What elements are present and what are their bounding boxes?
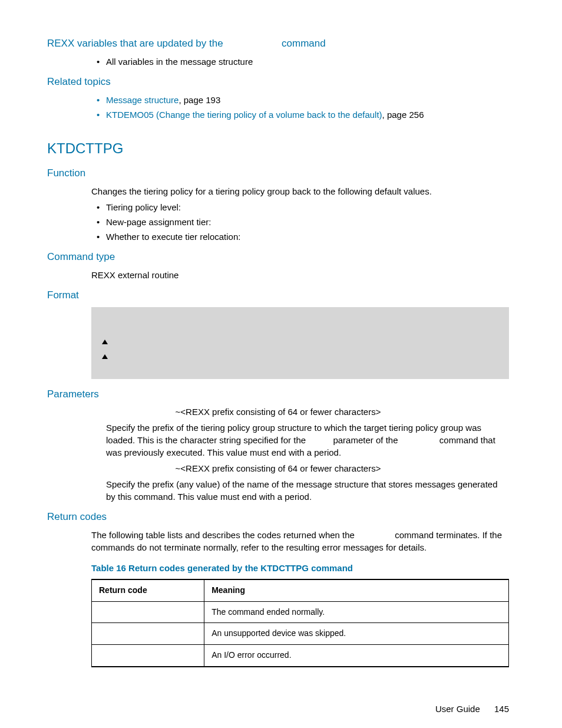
link-suffix: , page 256 xyxy=(382,110,424,120)
code-line xyxy=(102,350,498,365)
related-topics-list: Message structure, page 193 KTDEMO05 (Ch… xyxy=(47,94,509,121)
format-code-block xyxy=(91,307,509,379)
cell-code xyxy=(92,623,204,645)
triangle-marker-icon xyxy=(102,340,108,344)
list-item-text: Whether to execute tier relocation: xyxy=(106,232,240,242)
param-type-line: ~<REXX prefix consisting of 64 or fewer … xyxy=(106,462,450,475)
subheading-return-codes: Return codes xyxy=(47,510,509,524)
list-item-text: New-page assignment tier: xyxy=(106,217,211,227)
param-desc-a: Specify the prefix of the tiering policy… xyxy=(106,423,481,445)
rc-intro-a: The following table lists and describes … xyxy=(91,530,357,540)
col-header-meaning: Meaning xyxy=(204,579,509,601)
code-line xyxy=(102,335,498,350)
heading-text-b: command xyxy=(279,38,325,49)
list-item: Whether to execute tier relocation: xyxy=(106,230,509,243)
footer-label: User Guide xyxy=(435,704,480,714)
command-type-text: REXX external routine xyxy=(91,269,509,281)
param-desc-b: parameter of the xyxy=(330,435,400,445)
table-row: An unsupported device was skipped. xyxy=(92,623,509,645)
list-item-text: All variables in the message structure xyxy=(106,57,253,67)
link-ktdemo05[interactable]: KTDEMO05 (Change the tiering policy of a… xyxy=(106,110,382,120)
list-item: KTDEMO05 (Change the tiering policy of a… xyxy=(106,108,509,121)
function-defaults-list: Tiering policy level: New-page assignmen… xyxy=(47,201,509,243)
heading-text-a: REXX variables that are updated by the xyxy=(47,38,226,49)
list-item-text: Tiering policy level: xyxy=(106,202,181,212)
section-heading-ktdcttpg: KTDCTTPG xyxy=(47,139,509,159)
table-row: An I/O error occurred. xyxy=(92,645,509,667)
subheading-parameters: Parameters xyxy=(47,387,509,401)
subheading-command-type: Command type xyxy=(47,250,509,264)
link-suffix: , page 193 xyxy=(178,95,220,105)
list-item: Tiering policy level: xyxy=(106,201,509,213)
cell-code xyxy=(92,601,204,623)
footer-page-number: 145 xyxy=(494,704,509,714)
section-heading-related-topics: Related topics xyxy=(47,75,509,89)
page-footer: User Guide 145 xyxy=(47,703,509,715)
rexx-vars-list: All variables in the message structure xyxy=(47,55,509,68)
function-intro: Changes the tiering policy for a tiering… xyxy=(91,185,509,197)
subheading-function: Function xyxy=(47,166,509,180)
table-row: The command ended normally. xyxy=(92,601,509,623)
list-item: New-page assignment tier: xyxy=(106,216,509,228)
link-message-structure[interactable]: Message structure xyxy=(106,95,178,105)
subheading-format: Format xyxy=(47,288,509,302)
cell-meaning: An I/O error occurred. xyxy=(204,645,509,667)
list-item: All variables in the message structure xyxy=(106,55,509,68)
table-caption: Table 16 Return codes generated by the K… xyxy=(91,562,509,574)
return-codes-table: Return code Meaning The command ended no… xyxy=(91,579,509,667)
param-desc: Specify the prefix (any value) of the na… xyxy=(106,478,509,503)
list-item: Message structure, page 193 xyxy=(106,94,509,106)
table-header-row: Return code Meaning xyxy=(92,579,509,601)
col-header-return-code: Return code xyxy=(92,579,204,601)
section-heading-rexx-vars: REXX variables that are updated by the c… xyxy=(47,37,509,51)
cell-meaning: The command ended normally. xyxy=(204,601,509,623)
cell-meaning: An unsupported device was skipped. xyxy=(204,623,509,645)
param-type-line: ~<REXX prefix consisting of 64 or fewer … xyxy=(106,406,450,418)
triangle-marker-icon xyxy=(102,354,108,359)
return-codes-intro: The following table lists and describes … xyxy=(91,529,509,554)
cell-code xyxy=(92,645,204,667)
code-line xyxy=(102,321,498,336)
param-desc: Specify the prefix of the tiering policy… xyxy=(106,421,509,459)
